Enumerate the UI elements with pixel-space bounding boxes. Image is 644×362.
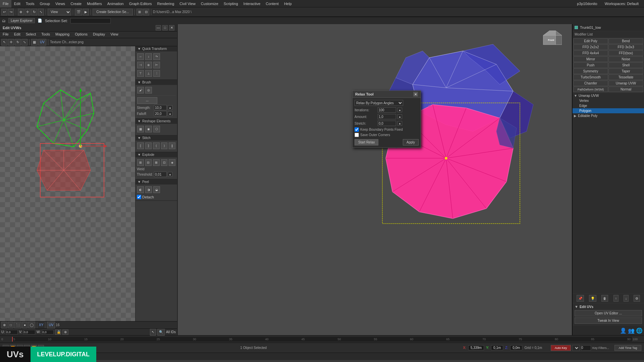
uv-draw-area[interactable] bbox=[0, 46, 135, 321]
mirror-btn[interactable]: ⊟ bbox=[143, 9, 149, 15]
qt-align-right[interactable]: ⊢ bbox=[153, 62, 160, 68]
stack-move-up-btn[interactable]: ↑ bbox=[613, 295, 619, 302]
timeline-track[interactable]: 5 10 15 20 25 30 35 40 45 50 55 60 65 70… bbox=[12, 337, 632, 342]
peel-tool2[interactable]: ◑ bbox=[145, 186, 152, 193]
uv-scale-tool[interactable]: ⤡ bbox=[21, 39, 28, 46]
qt-tool3[interactable]: ⋮ bbox=[153, 70, 160, 77]
menu-rendering[interactable]: Rendering bbox=[155, 0, 177, 7]
stitch-tool4[interactable]: ⟩ bbox=[161, 142, 168, 149]
start-relax-btn[interactable]: Start Relax bbox=[355, 139, 378, 145]
stitch-tool1[interactable]: ⟦ bbox=[137, 142, 144, 149]
tweak-in-view-btn[interactable]: Tweak In View bbox=[575, 317, 642, 324]
uv-lock-btn[interactable]: 🔒 bbox=[55, 329, 61, 335]
render-btn[interactable]: ▶ bbox=[83, 9, 89, 15]
falloff-up[interactable]: ▲ bbox=[168, 111, 172, 116]
uv-nav-mode[interactable]: ↖ bbox=[150, 329, 156, 336]
threshold-up[interactable]: ▲ bbox=[168, 172, 172, 177]
reshape-tool1[interactable]: ▦ bbox=[137, 126, 144, 132]
uv-menu-display[interactable]: Display bbox=[90, 32, 108, 38]
brush-stroke-icon[interactable]: — bbox=[137, 97, 157, 104]
relax-close-btn[interactable]: ✕ bbox=[413, 92, 418, 97]
uv-u-input[interactable] bbox=[6, 330, 18, 335]
mod-mirror[interactable]: Mirror bbox=[573, 56, 608, 62]
uv-minimize-btn[interactable]: — bbox=[156, 25, 161, 31]
redo-btn[interactable]: ↪ bbox=[8, 9, 14, 15]
stack-settings-btn[interactable]: ⚙ bbox=[634, 295, 640, 302]
mod-ffd-4x4x4[interactable]: FFD 4x4x4 bbox=[573, 50, 608, 56]
strength-up[interactable]: ▲ bbox=[168, 105, 172, 110]
mod-chamfer[interactable]: Chamfer bbox=[573, 80, 608, 86]
uv-rotate-tool[interactable]: ↻ bbox=[15, 39, 21, 46]
menu-group[interactable]: Group bbox=[37, 0, 53, 7]
peel-tool3[interactable]: ◒ bbox=[153, 186, 160, 193]
mod-shell[interactable]: Shell bbox=[608, 62, 643, 68]
qt-tool1[interactable]: ⊤ bbox=[137, 70, 144, 77]
mod-bend[interactable]: Bend bbox=[608, 38, 643, 44]
menu-content[interactable]: Content bbox=[263, 0, 281, 7]
menu-animation[interactable]: Animation bbox=[105, 0, 126, 7]
stack-highlight-btn[interactable]: 💡 bbox=[589, 295, 596, 302]
align-btn[interactable]: ⊞ bbox=[137, 9, 143, 15]
qt-tool2[interactable]: ⊥ bbox=[145, 70, 152, 77]
add-time-tag-btn[interactable]: Add Time Tag bbox=[614, 345, 641, 351]
stack-item-polygon[interactable]: Polygon bbox=[573, 108, 644, 113]
open-uv-editor-btn[interactable]: Open UV Editor ... bbox=[575, 310, 642, 316]
rotate-btn[interactable]: ↻ bbox=[31, 9, 37, 15]
explode-tool5[interactable]: ◈ bbox=[169, 159, 175, 166]
stretch-input[interactable] bbox=[378, 121, 396, 126]
menu-help[interactable]: Help bbox=[281, 0, 294, 7]
selection-set-input[interactable] bbox=[70, 18, 111, 23]
select-btn[interactable]: ⊕ bbox=[18, 9, 24, 15]
stitch-header[interactable]: ▼ Stitch bbox=[136, 135, 177, 141]
menu-interactive[interactable]: Interactive bbox=[241, 0, 263, 7]
timeline-cursor[interactable] bbox=[12, 337, 13, 342]
uv-menu-file[interactable]: File bbox=[0, 32, 11, 38]
peel-header[interactable]: ▼ Peel bbox=[136, 179, 177, 185]
mod-noise[interactable]: Noise bbox=[608, 56, 643, 62]
explode-tool3[interactable]: ⊠ bbox=[153, 159, 160, 166]
uv-move-tool[interactable]: ✛ bbox=[8, 39, 14, 46]
mod-symmetry[interactable]: Symmetry bbox=[573, 68, 608, 74]
amount-spinner[interactable]: ▲ bbox=[397, 114, 402, 119]
menu-scripting[interactable]: Scripting bbox=[221, 0, 241, 7]
scale-btn[interactable]: ⤡ bbox=[38, 9, 44, 15]
qt-align-center[interactable]: ⊕ bbox=[145, 62, 152, 68]
qt-rotate-cw[interactable]: ↷ bbox=[153, 53, 160, 60]
uv-menu-view[interactable]: View bbox=[108, 32, 121, 38]
save-outer-checkbox[interactable] bbox=[355, 133, 359, 137]
explode-tool2[interactable]: ⊟ bbox=[145, 159, 152, 166]
view-mode-select[interactable]: View bbox=[48, 9, 71, 15]
mod-pathdeform[interactable]: PathDeform (WSM) bbox=[573, 86, 608, 92]
menu-graph-editors[interactable]: Graph Editors bbox=[126, 0, 155, 7]
keep-boundary-checkbox[interactable] bbox=[355, 127, 359, 132]
uv-box-btn[interactable]: ⬛ bbox=[14, 322, 21, 328]
mod-ffd-3x3x3[interactable]: FFD 3x3x3 bbox=[608, 44, 643, 50]
amount-input[interactable] bbox=[378, 114, 396, 119]
uv-maximize-btn[interactable]: □ bbox=[162, 25, 168, 31]
stitch-tool5[interactable]: ‖ bbox=[169, 142, 175, 149]
frame-input[interactable] bbox=[581, 345, 591, 351]
explode-tool1[interactable]: ⊞ bbox=[137, 159, 144, 166]
menu-file[interactable]: File bbox=[0, 0, 11, 7]
uv-sphere-btn[interactable]: ● bbox=[22, 322, 28, 328]
mod-normal[interactable]: Normal bbox=[608, 86, 643, 92]
menu-edit[interactable]: Edit bbox=[11, 0, 23, 7]
menu-tools[interactable]: Tools bbox=[23, 0, 37, 7]
reshape-tool3[interactable]: ⬡ bbox=[153, 126, 160, 132]
uv-zoom[interactable]: 🔍 bbox=[157, 329, 165, 336]
stitch-tool2[interactable]: ⟧ bbox=[145, 142, 152, 149]
stack-delete-btn[interactable]: 🗑 bbox=[601, 295, 608, 302]
mod-push[interactable]: Push bbox=[573, 62, 608, 68]
iterations-spinner[interactable]: ▲ bbox=[397, 108, 402, 112]
threshold-input[interactable] bbox=[154, 172, 167, 177]
iterations-input[interactable] bbox=[378, 107, 396, 113]
relax-method-select[interactable]: Relax By Polygon Angles bbox=[355, 100, 403, 106]
create-selection-btn[interactable]: Create Selection Se... bbox=[93, 9, 133, 15]
apply-relax-btn[interactable]: Apply bbox=[403, 139, 419, 145]
menu-customize[interactable]: Customize bbox=[198, 0, 221, 7]
reshape-tool2[interactable]: ◉ bbox=[145, 126, 152, 132]
qt-align-left[interactable]: ⊣ bbox=[137, 62, 144, 68]
move-btn[interactable]: ✛ bbox=[24, 9, 31, 15]
brush-header[interactable]: ▼ Brush bbox=[136, 80, 177, 85]
uv-cyl-btn[interactable]: ◯ bbox=[28, 322, 35, 328]
